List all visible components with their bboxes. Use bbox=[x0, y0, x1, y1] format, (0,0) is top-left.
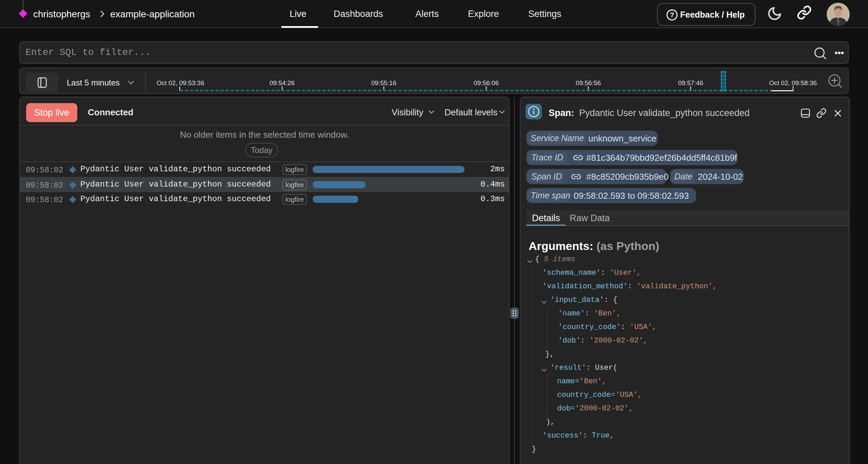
svg-text:?: ? bbox=[670, 11, 674, 19]
